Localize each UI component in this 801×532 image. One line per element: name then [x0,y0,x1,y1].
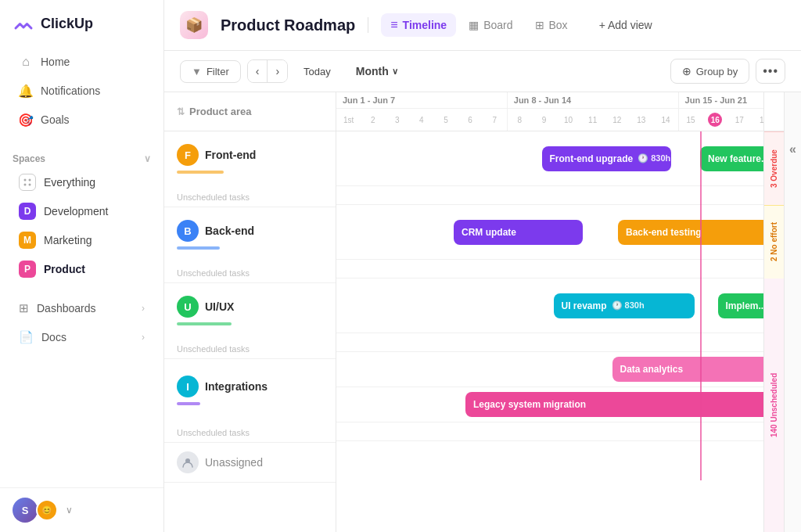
day-label-7: 7 [483,109,507,131]
sidebar-item-marketing[interactable]: M Marketing [6,226,157,254]
week-jun8: Jun 8 - Jun 14 8 9 10 11 12 13 14 [508,92,679,131]
filter-label: Filter [207,66,229,77]
day-label-1st: 1st [336,109,361,131]
integrations-task-row1: Data analytics [336,352,763,387]
board-tab-icon: ▦ [469,19,479,31]
uiux-label: UI/UX [205,300,234,313]
sidebar-item-everything[interactable]: Everything [6,168,157,196]
today-circle: 16 [708,113,722,127]
tab-timeline[interactable]: ≡ Timeline [381,13,456,37]
task-implement[interactable]: Implem.. ℹ [718,293,764,318]
sidebar-nav: ⌂ Home 🔔 Notifications 🎯 Goals [0,44,163,138]
frontend-progress-bar [177,171,224,174]
day-18: 18 [752,109,763,131]
task-frontend-upgrade[interactable]: Front-end upgrade 🕐 830h [542,146,671,171]
tab-box[interactable]: ⊞ Box [526,14,577,36]
group-by-button[interactable]: ⊕ Group by [670,59,749,84]
everything-badge [19,174,36,191]
timeline-main: ⇅ Product area F Front-end [164,92,784,532]
integrations-unscheduled-label: Unscheduled tasks [177,428,250,437]
sidebar-item-product[interactable]: P Product [6,255,157,283]
timeline-body: ⇅ Product area F Front-end [164,92,784,532]
uiux-unscheduled-row [336,333,763,352]
task-new-feature[interactable]: New feature.. ℹ [700,146,763,171]
header-divider [368,17,368,33]
user-avatar-s[interactable]: S [13,498,38,523]
task-frontend-upgrade-label: Front-end upgrade [550,153,634,164]
sidebar-item-dashboards[interactable]: ⊞ Dashboards › [6,294,157,322]
sidebar-item-goals[interactable]: 🎯 Goals [6,106,157,134]
sidebar-item-home[interactable]: ⌂ Home [6,48,157,76]
day-label-5: 5 [433,109,458,131]
frontend-area-info: F Front-end [164,131,336,186]
sidebar-everything-label: Everything [44,176,95,189]
task-backend-testing-label: Back-end testing [626,227,702,238]
task-legacy-migration[interactable]: Legacy system migration 🕐 830h [465,392,763,417]
week2-label: Jun 8 - Jun 14 [508,92,678,109]
day-13: 13 [629,109,653,131]
no-effort-label[interactable]: 2 No effort [764,205,784,279]
sidebar-item-home-label: Home [41,56,70,68]
more-options-button[interactable]: ••• [756,59,785,84]
prev-button[interactable]: ‹ [248,60,268,82]
integrations-badge: I [177,376,199,397]
area-unassigned: Unassigned [164,443,336,483]
development-badge: D [19,203,36,220]
uiux-area-info: U UI/UX [164,283,336,338]
main-header: 📦 Product Roadmap ≡ Timeline ▦ Board ⊞ B… [164,0,801,51]
svg-point-3 [29,184,31,186]
task-crm-update[interactable]: CRM update [454,220,583,245]
unscheduled-label[interactable]: 140 Unscheduled [764,279,784,532]
add-view-label: + Add view [599,19,652,31]
task-ui-revamp[interactable]: UI revamp 🕐 830h [554,293,695,318]
day-label-2: 2 [361,109,385,131]
sidebar-item-development[interactable]: D Development [6,197,157,225]
collapse-panel: « [784,92,801,532]
spaces-chevron[interactable]: ∨ [144,153,151,164]
sidebar: ClickUp ⌂ Home 🔔 Notifications 🎯 Goals S… [0,0,164,532]
month-selector[interactable]: Month ∨ [347,60,408,82]
task-rows: Front-end upgrade 🕐 830h New feature.. ℹ [336,131,763,480]
board-tab-label: Board [483,19,512,31]
frontend-unscheduled-row [336,186,763,205]
integrations-task-row2: Legacy system migration 🕐 830h [336,387,763,422]
task-ui-revamp-label: UI revamp [562,300,607,311]
logo: ClickUp [0,0,163,44]
next-button[interactable]: › [267,60,287,82]
collapse-button[interactable]: « [786,139,799,160]
user-dropdown-icon[interactable]: ∨ [66,505,73,516]
more-icon: ••• [763,64,778,78]
logo-text: ClickUp [41,16,93,32]
today-button[interactable]: Today [294,61,340,82]
add-view-button[interactable]: + Add view [590,14,662,36]
task-backend-testing[interactable]: Back-end testing [618,220,763,245]
tab-board[interactable]: ▦ Board [459,14,522,36]
week2-days: 8 9 10 11 12 13 14 [508,109,678,131]
docs-icon: 📄 [19,330,34,344]
svg-point-2 [24,184,27,186]
task-data-analytics[interactable]: Data analytics [612,357,764,382]
sidebar-item-goals-label: Goals [41,113,70,126]
task-implement-label: Implem.. [726,300,764,311]
spaces-section-header: Spaces ∨ [0,144,163,167]
sidebar-item-docs[interactable]: 📄 Docs › [6,323,157,351]
filter-button[interactable]: ▼ Filter [180,60,241,83]
right-labels-panel: 3 Overdue 2 No effort 140 Unscheduled [763,92,784,532]
timeline-grid-panel: Jun 1 - Jun 7 1st 2 3 4 5 6 7 [336,92,763,532]
sidebar-item-notifications[interactable]: 🔔 Notifications [6,77,157,105]
frontend-header-row: F Front-end [177,144,323,166]
sort-icon: ⇅ [177,106,185,117]
page-title: Product Roadmap [221,16,355,34]
docs-label: Docs [41,331,66,343]
user-avatar-photo[interactable]: 😊 [36,499,58,521]
overdue-label[interactable]: 3 Overdue [764,131,784,205]
area-integrations: I Integrations Unscheduled tasks [164,359,336,443]
day-8: 8 [508,109,532,131]
backend-header-row: B Back-end [177,220,323,242]
uiux-task-row: UI revamp 🕐 830h Implem.. ℹ [336,279,763,333]
sidebar-item-notifications-label: Notifications [41,84,100,97]
header-tabs: ≡ Timeline ▦ Board ⊞ Box [381,13,577,37]
uiux-header-row: U UI/UX [177,296,323,318]
spaces-label: Spaces [13,153,45,164]
integrations-unscheduled: Unscheduled tasks [164,422,336,442]
